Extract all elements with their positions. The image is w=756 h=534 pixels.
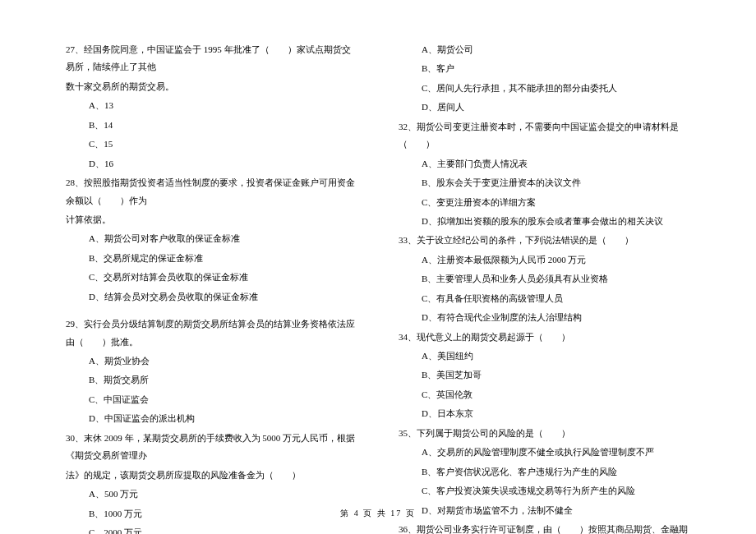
q34-text: 34、现代意义上的期货交易起源于（ ） [399,329,690,346]
q33-opt-a: A、注册资本最低限额为人民币 2000 万元 [399,251,690,269]
q28-line1: 28、按照股指期货投资者适当性制度的要求，投资者保证金账户可用资金余额以（ ）作… [66,174,357,209]
q35-text: 35、下列属于期货公司的风险的是（ ） [399,425,690,442]
q35-opt-b: B、客户资信状况恶化、客户违规行为产生的风险 [399,463,690,481]
q33-opt-c: C、有具备任职资格的高级管理人员 [399,290,690,307]
q34-opt-a: A、美国纽约 [399,348,690,365]
q36-text: 36、期货公司业务实行许可证制度，由（ ）按照其商品期货、金融期货业务种类颁发许… [399,521,690,534]
q28-opt-a: A、期货公司对客户收取的保证金标准 [66,230,357,247]
q34-opt-d: D、日本东京 [399,405,690,422]
q33-opt-b: B、主要管理人员和业务人员必须具有从业资格 [399,270,690,288]
q33-text: 33、关于设立经纪公司的条件，下列说法错误的是（ ） [399,232,690,249]
q27-line2: 数十家交易所的期货交易。 [66,78,357,95]
q32-opt-a: A、主要部门负责人情况表 [399,155,690,173]
q27-opt-b: B、14 [66,117,357,134]
q27-opt-a: A、13 [66,97,357,114]
q34-opt-c: C、英国伦敦 [399,386,690,403]
q28-opt-c: C、交易所对结算会员收取的保证金标准 [66,269,357,286]
q28-opt-b: B、交易所规定的保证金标准 [66,250,357,267]
page-footer: 第 4 页 共 17 页 [0,508,756,519]
q32-opt-b: B、股东会关于变更注册资本的决议文件 [399,174,690,191]
q29-opt-d: D、中国证监会的派出机构 [66,410,357,427]
q31-opt-d: D、居间人 [399,99,690,116]
q35-opt-c: C、客户投资决策失误或违规交易等行为所产生的风险 [399,482,690,499]
q32-opt-d: D、拟增加出资额的股东的股东会或者董事会做出的相关决议 [399,213,690,230]
q31-opt-a: A、期货公司 [399,41,690,58]
q27-opt-d: D、16 [66,155,357,173]
q27-line1: 27、经国务院同意，中国证监会于 1995 年批准了（ ）家试点期货交易所，陆续… [66,41,357,76]
page-content: 27、经国务院同意，中国证监会于 1995 年批准了（ ）家试点期货交易所，陆续… [66,41,690,493]
q32-opt-c: C、变更注册资本的详细方案 [399,194,690,211]
q29-opt-b: B、期货交易所 [66,371,357,389]
q27-opt-c: C、15 [66,136,357,153]
q28-line2: 计算依据。 [66,211,357,228]
q30-line2: 法》的规定，该期货交易所应提取的风险准备金为（ ） [66,467,357,484]
q30-opt-a: A、500 万元 [66,486,357,503]
q31-opt-c: C、居间人先行承担，其不能承担的部分由委托人 [399,80,690,97]
q30-line1: 30、末休 2009 年，某期货交易所的手续费收入为 5000 万元人民币，根据… [66,430,357,465]
q31-opt-b: B、客户 [399,60,690,77]
q30-opt-c: C、2000 万元 [66,524,357,534]
q29-text: 29、实行会员分级结算制度的期货交易所结算会员的结算业务资格依法应由（ ）批准。 [66,315,357,351]
left-column: 27、经国务院同意，中国证监会于 1995 年批准了（ ）家试点期货交易所，陆续… [66,41,357,493]
q33-opt-d: D、有符合现代企业制度的法人治理结构 [399,309,690,326]
q35-opt-a: A、交易所的风险管理制度不健全或执行风险管理制度不严 [399,444,690,461]
q34-opt-b: B、美国芝加哥 [399,366,690,384]
q29-opt-a: A、期货业协会 [66,352,357,370]
right-column: A、期货公司 B、客户 C、居间人先行承担，其不能承担的部分由委托人 D、居间人… [399,41,690,493]
q32-text: 32、期货公司变更注册资本时，不需要向中国证监会提交的申请材料是（ ） [399,118,690,154]
q28-opt-d: D、结算会员对交易会员收取的保证金标准 [66,288,357,306]
q29-opt-c: C、中国证监会 [66,391,357,408]
